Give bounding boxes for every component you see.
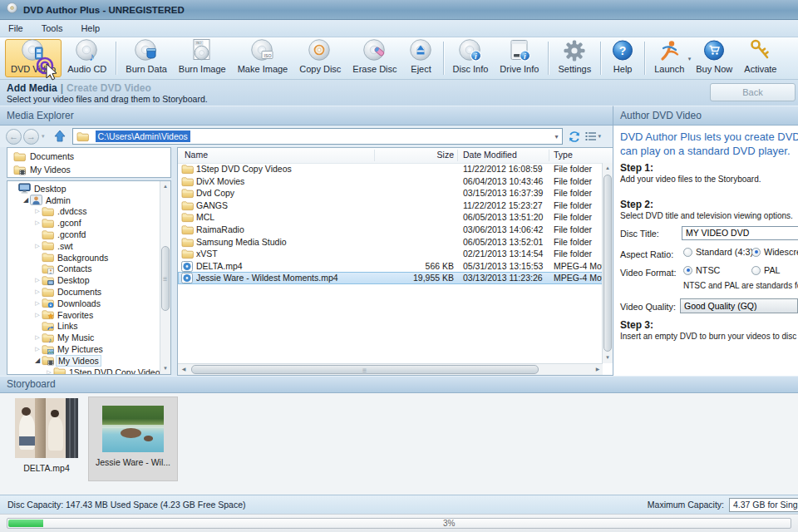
collapse-icon[interactable]: ◢ — [22, 196, 30, 204]
tree-scrollbar[interactable]: ▲ ☰ ▼ — [160, 181, 170, 374]
tree-item-favorites[interactable]: ▷Favorites — [7, 309, 160, 321]
file-row-samsung-media-studio[interactable]: Samsung Media Studio06/05/2013 13:52:01F… — [178, 236, 603, 249]
tree-item-downloads[interactable]: ▷Downloads — [7, 298, 160, 309]
tree-item-admin[interactable]: ◢Admin — [7, 195, 160, 206]
radio-widescreen[interactable]: Widescreen — [751, 247, 798, 257]
tree-item-my-videos[interactable]: ◢My Videos — [7, 355, 160, 367]
radio-standard-4-3[interactable]: Standard (4:3) — [683, 247, 753, 257]
view-options-icon[interactable]: ▾ — [584, 131, 602, 142]
scroll-left-icon[interactable]: ◀ — [179, 364, 189, 375]
back-button[interactable]: Back — [710, 83, 796, 101]
max-capacity-select[interactable]: 4.37 GB for Single — [729, 498, 798, 512]
tree-item-backgrounds[interactable]: Backgrounds — [7, 252, 160, 264]
address-dropdown-icon[interactable]: ▾ — [555, 133, 559, 140]
toolbar-button-dvd-video[interactable]: DVD Video — [5, 39, 62, 77]
column-name[interactable]: Name — [185, 150, 208, 160]
file-row-divx-movies[interactable]: DivX Movies06/04/2013 10:43:46File folde… — [178, 175, 603, 188]
title-bar[interactable]: DVD Author Plus - UNREGISTERED — [0, 0, 798, 20]
back-nav-icon[interactable]: ← — [6, 129, 22, 145]
toolbar-button-launch[interactable]: Launch▾ — [648, 39, 690, 77]
toolbar-button-burn-data[interactable]: Burn Data — [120, 39, 173, 77]
menu-help[interactable]: Help — [81, 22, 108, 35]
file-row-xvst[interactable]: xVST02/21/2013 13:14:54File folder — [178, 248, 603, 260]
tree-item-desktop[interactable]: Desktop — [7, 183, 160, 195]
expand-icon[interactable]: ▷ — [33, 334, 42, 341]
jessie-ware-wil-thumbnail[interactable] — [102, 406, 164, 452]
file-list-hscrollbar[interactable]: ◀ ☰ ▶ — [178, 363, 603, 375]
toolbar-button-eject[interactable]: Eject — [403, 39, 440, 77]
address-bar[interactable]: C:\Users\Admin\Videos ▾ — [72, 128, 563, 145]
toolbar-button-activate[interactable]: Activate — [738, 39, 782, 77]
file-row-raimaradio[interactable]: RaimaRadio03/06/2013 14:06:42File folder — [178, 224, 603, 236]
expand-icon[interactable]: ▷ — [33, 277, 42, 283]
tree-item-dvdcss[interactable]: ▷.dvdcss — [7, 206, 160, 218]
toolbar-button-make-image[interactable]: ISOMake Image — [232, 39, 294, 77]
file-list-hscrollbar-thumb[interactable]: ☰ — [191, 365, 539, 374]
expand-icon[interactable]: ▷ — [33, 243, 42, 249]
column-date-modified[interactable]: Date Modified — [463, 150, 517, 160]
tree-item-gconf[interactable]: ▷.gconf — [7, 217, 160, 229]
forward-nav-icon[interactable]: → — [23, 129, 39, 145]
file-list-vscrollbar-thumb[interactable] — [603, 175, 612, 352]
radio-icon[interactable] — [751, 248, 761, 257]
tree-item-1step-dvd-copy-videos[interactable]: ▷1Step DVD Copy Videos — [7, 367, 160, 375]
scroll-up-icon[interactable]: ▲ — [160, 181, 170, 192]
expand-icon[interactable]: ▷ — [33, 346, 42, 352]
favorite-item-documents[interactable]: Documents — [7, 150, 170, 163]
file-row-1step-dvd-copy-videos[interactable]: 1Step DVD Copy Videos11/22/2012 16:08:59… — [178, 163, 603, 175]
radio-icon[interactable] — [683, 248, 692, 257]
radio-icon[interactable] — [683, 266, 692, 275]
tree-item-desktop[interactable]: ▷Desktop — [7, 274, 160, 286]
scroll-right-icon[interactable]: ▶ — [593, 364, 603, 375]
expand-icon[interactable]: ▷ — [33, 208, 42, 214]
file-row-dvd-copy[interactable]: Dvd Copy03/15/2013 16:37:39File folder — [178, 187, 603, 200]
storyboard-area[interactable]: DELTA.mp4Jessie Ware - Wil... — [0, 393, 798, 495]
file-row-jessie-ware-wildest-moments-mp4[interactable]: Jessie Ware - Wildest Moments.mp419,955 … — [178, 272, 603, 284]
radio-pal[interactable]: PAL — [751, 265, 781, 275]
file-row-delta-mp4[interactable]: DELTA.mp4566 KB05/31/2013 13:15:53MPEG-4… — [178, 260, 603, 273]
tree-item-my-music[interactable]: ▷♪My Music — [7, 332, 160, 343]
up-folder-button[interactable] — [51, 127, 69, 145]
storyboard-clip-delta-mp4[interactable]: DELTA.mp4 — [15, 398, 78, 473]
toolbar-button-audio-cd[interactable]: ♪Audio CD — [62, 39, 112, 77]
radio-ntsc[interactable]: NTSC — [683, 265, 720, 275]
toolbar-button-settings[interactable]: Settings — [552, 39, 597, 77]
toolbar-button-burn-image[interactable]: ISOBurn Image — [173, 39, 232, 77]
favorite-item-my-videos[interactable]: My Videos — [7, 163, 170, 176]
collapse-icon[interactable]: ◢ — [33, 357, 42, 364]
file-row-mcl[interactable]: MCL06/05/2013 13:51:20File folder — [178, 211, 603, 224]
radio-icon[interactable] — [751, 266, 761, 275]
tree-item-links[interactable]: Links — [7, 321, 160, 332]
toolbar-button-copy-disc[interactable]: Copy Disc — [293, 39, 347, 77]
address-text[interactable]: C:\Users\Admin\Videos — [96, 131, 190, 142]
expand-icon[interactable]: ▷ — [33, 219, 42, 226]
nav-history-dropdown-icon[interactable]: ▾ — [42, 133, 45, 140]
tree-item-my-pictures[interactable]: ▷My Pictures — [7, 343, 160, 355]
expand-icon[interactable]: ▷ — [33, 312, 42, 318]
tree-scrollbar-thumb[interactable]: ☰ — [161, 246, 170, 311]
toolbar-button-help[interactable]: ?Help — [604, 39, 641, 77]
scroll-down-icon[interactable]: ▼ — [603, 352, 613, 363]
tree-item-documents[interactable]: ▷Documents — [7, 286, 160, 298]
column-size[interactable]: Size — [377, 150, 454, 160]
toolbar-button-disc-info[interactable]: iDisc Info — [447, 39, 495, 77]
tree-item-swt[interactable]: ▷.swt — [7, 240, 160, 252]
storyboard-clip-jessie-ware-wil[interactable]: Jessie Ware - Wil... — [88, 397, 178, 481]
expand-icon[interactable]: ▷ — [45, 369, 53, 375]
menu-file[interactable]: File — [8, 22, 32, 35]
scroll-down-icon[interactable]: ▼ — [160, 363, 170, 374]
delta-mp4-thumbnail[interactable] — [15, 398, 78, 458]
toolbar-button-erase-disc[interactable]: Erase Disc — [347, 39, 402, 77]
expand-icon[interactable]: ▷ — [33, 300, 42, 307]
toolbar-button-drive-info[interactable]: iDrive Info — [494, 39, 544, 77]
refresh-icon[interactable] — [568, 131, 581, 143]
toolbar-button-buy-now[interactable]: Buy Now — [690, 39, 738, 77]
file-list-vscrollbar[interactable]: ▲ ▼ — [602, 163, 613, 363]
disc-title-input[interactable]: MY VIDEO DVD — [682, 226, 798, 240]
tree-item-contacts[interactable]: Contacts — [7, 264, 160, 275]
menu-tools[interactable]: Tools — [42, 22, 71, 35]
column-type[interactable]: Type — [554, 150, 573, 160]
tree-item-gconfd[interactable]: .gconfd — [7, 229, 160, 240]
file-row-gangs[interactable]: GANGS11/22/2012 15:23:27File folder — [178, 200, 603, 212]
scroll-up-icon[interactable]: ▲ — [603, 163, 613, 174]
